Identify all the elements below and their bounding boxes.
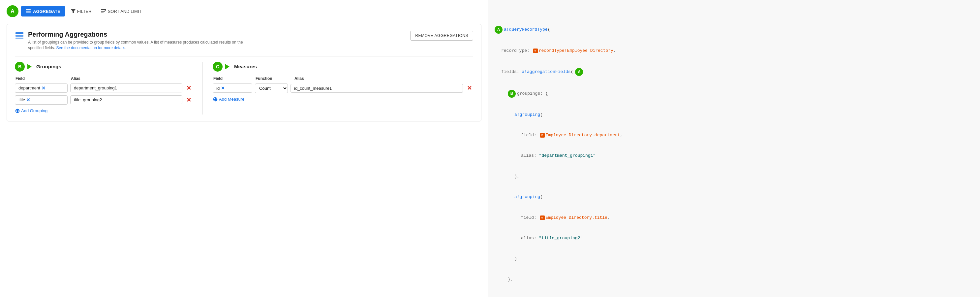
- grouping-delete-2[interactable]: ✕: [185, 96, 192, 104]
- svg-rect-1: [26, 11, 31, 12]
- code-block: Aa!queryRecordType( recordType: ⊞recordT…: [495, 5, 974, 297]
- remove-aggregations-button[interactable]: REMOVE AGGREGATIONS: [410, 31, 473, 41]
- measure-field-remove-1[interactable]: ✕: [221, 85, 225, 91]
- arrow-c: [225, 64, 229, 69]
- filter-icon: [71, 9, 75, 14]
- groupings-section: B Groupings Field Alias department ✕ ✕: [15, 62, 203, 115]
- groupings-col-headers: Field Alias: [15, 76, 192, 81]
- measure-field-value-1: id: [216, 86, 220, 91]
- code-line-2: recordType: ⊞recordType!Employee Directo…: [495, 48, 974, 54]
- groupings-header: B Groupings: [15, 62, 192, 72]
- svg-rect-9: [16, 35, 24, 37]
- aggregate-button[interactable]: AGGREGATE: [21, 6, 65, 16]
- svg-rect-0: [26, 9, 31, 10]
- sections-row: B Groupings Field Alias department ✕ ✕: [15, 62, 473, 115]
- grouping-field-tag-1: department ✕: [15, 83, 68, 93]
- groupings-title: Groupings: [36, 64, 61, 69]
- emp-dept-icon: ⊞: [540, 133, 545, 137]
- add-measure-link[interactable]: ⊕ Add Measure: [213, 96, 473, 103]
- badge-c-measures: C: [213, 62, 223, 72]
- grouping-row-2: title ✕ ✕: [15, 95, 192, 105]
- measures-function-header: Function: [256, 76, 292, 81]
- card-title-area: Performing Aggregations A list of groupi…: [15, 31, 259, 51]
- measure-alias-input-1[interactable]: [291, 84, 463, 93]
- measures-section: C Measures Field Function Alias id ✕: [203, 62, 473, 115]
- emp-title-icon: ⊞: [540, 216, 545, 220]
- code-line-10: field: ⊞Employee Directory.title,: [495, 214, 974, 222]
- card-title-text: Performing Aggregations A list of groupi…: [28, 31, 259, 51]
- code-line-8: ),: [495, 173, 974, 180]
- measure-field-tag-1: id ✕: [213, 83, 252, 93]
- left-panel: A AGGREGATE FILTER SORT AND LIMIT: [0, 0, 488, 297]
- code-line-13: },: [495, 276, 974, 283]
- grouping-delete-1[interactable]: ✕: [185, 84, 192, 93]
- add-measure-icon: ⊕: [213, 96, 218, 103]
- groupings-field-header: Field: [16, 76, 68, 81]
- add-grouping-link[interactable]: ⊕ Add Grouping: [15, 107, 192, 115]
- measures-col-headers: Field Function Alias: [213, 76, 473, 81]
- divider: [15, 56, 473, 56]
- measures-alias-header: Alias: [294, 76, 473, 81]
- svg-rect-2: [26, 12, 31, 13]
- code-line-12: ): [495, 255, 974, 262]
- measure-function-select-1[interactable]: Count Sum Avg Min Max: [255, 83, 288, 93]
- sort-icon: [101, 9, 106, 14]
- badge-b-groupings: B: [15, 62, 25, 72]
- groupings-alias-header: Alias: [71, 76, 192, 81]
- code-line-1: Aa!queryRecordType(: [495, 26, 974, 34]
- measure-delete-1[interactable]: ✕: [466, 84, 473, 93]
- measures-title: Measures: [234, 64, 257, 69]
- add-grouping-label: Add Grouping: [21, 108, 48, 113]
- code-line-7: alias: "department_grouping1": [495, 152, 974, 160]
- filter-link[interactable]: FILTER: [68, 7, 95, 16]
- code-line-9: a!grouping(: [495, 194, 974, 201]
- grouping-row-1: department ✕ ✕: [15, 83, 192, 93]
- grouping-field-value-2: title: [19, 97, 25, 102]
- toolbar: A AGGREGATE FILTER SORT AND LIMIT: [6, 5, 481, 17]
- card-header: Performing Aggregations A list of groupi…: [15, 31, 473, 51]
- badge-a-code2: A: [575, 68, 583, 76]
- record-type-icon: ⊞: [533, 48, 538, 53]
- grouping-alias-input-2[interactable]: [70, 95, 182, 104]
- grouping-field-remove-1[interactable]: ✕: [41, 85, 46, 91]
- code-line-11: alias: "title_grouping2": [495, 235, 974, 242]
- sort-limit-link[interactable]: SORT AND LIMIT: [98, 7, 145, 16]
- code-line-3: fields: a!aggregationFields( A: [495, 68, 974, 76]
- grouping-alias-input-1[interactable]: [70, 83, 182, 93]
- badge-b-code: B: [508, 90, 516, 98]
- add-grouping-icon: ⊕: [15, 107, 20, 115]
- code-line-4: Bgroupings: {: [495, 90, 974, 98]
- card-title: Performing Aggregations: [28, 31, 259, 38]
- doc-link[interactable]: See the documentation for more details.: [56, 46, 126, 50]
- code-line-6: field: ⊞Employee Directory.department,: [495, 132, 974, 139]
- arrow-b: [27, 64, 32, 69]
- stack-icon: [15, 31, 24, 43]
- measures-field-header: Field: [213, 76, 253, 81]
- badge-a-code: A: [495, 26, 503, 34]
- aggregation-card: Performing Aggregations A list of groupi…: [6, 24, 481, 121]
- badge-a: A: [6, 5, 19, 17]
- grouping-field-value-1: department: [19, 85, 40, 90]
- grouping-field-tag-2: title ✕: [15, 95, 68, 105]
- grouping-field-remove-2[interactable]: ✕: [26, 97, 30, 103]
- measures-header: C Measures: [213, 62, 473, 72]
- svg-rect-10: [16, 38, 24, 39]
- add-measure-label: Add Measure: [219, 97, 244, 102]
- code-line-5: a!grouping(: [495, 112, 974, 118]
- measure-row-1: id ✕ Count Sum Avg Min Max ✕: [213, 83, 473, 93]
- svg-rect-8: [16, 32, 24, 34]
- svg-marker-3: [71, 9, 75, 13]
- card-description: A list of groupings can be provided to g…: [28, 40, 259, 51]
- aggregate-icon: [26, 9, 31, 14]
- right-panel: Aa!queryRecordType( recordType: ⊞recordT…: [488, 0, 980, 297]
